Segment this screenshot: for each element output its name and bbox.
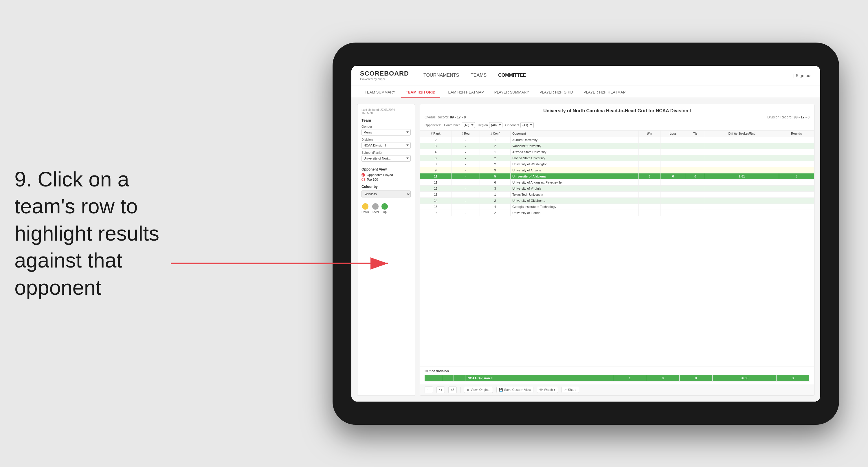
tab-team-h2h-heatmap[interactable]: TEAM H2H HEATMAP bbox=[441, 88, 489, 97]
cell-rounds bbox=[779, 149, 814, 155]
table-row[interactable]: 12 - 3 University of Virginia bbox=[420, 185, 814, 192]
watch-icon: 👁 bbox=[539, 388, 543, 391]
out-of-division-table: NCAA Division II 1 0 0 26.00 3 bbox=[425, 375, 809, 382]
cell-rank: 9 bbox=[420, 167, 452, 173]
cell-reg: - bbox=[452, 143, 479, 149]
tab-player-summary[interactable]: PLAYER SUMMARY bbox=[490, 88, 534, 97]
redo-icon: ↪ bbox=[439, 388, 442, 392]
cell-rounds bbox=[779, 204, 814, 210]
cell-rank: 2 bbox=[420, 137, 452, 143]
cell-conf: 2 bbox=[479, 143, 510, 149]
cell-rounds bbox=[779, 192, 814, 198]
top-100-radio[interactable] bbox=[362, 178, 365, 181]
table-row[interactable]: 3 - 2 Vanderbilt University bbox=[420, 143, 814, 149]
cell-loss bbox=[660, 192, 686, 198]
cell-loss bbox=[660, 179, 686, 185]
out-div-reg bbox=[442, 375, 454, 382]
cell-diff bbox=[705, 143, 779, 149]
cell-tie: 0 bbox=[686, 173, 705, 179]
reset-button[interactable]: ↺ bbox=[448, 386, 457, 393]
legend-down-circle bbox=[362, 203, 368, 210]
table-row[interactable]: 2 - 1 Auburn University bbox=[420, 137, 814, 143]
table-row[interactable]: 11 - 6 University of Arkansas, Fayettevi… bbox=[420, 179, 814, 185]
cell-win bbox=[639, 155, 660, 161]
division-record-section: Division Record: 88 - 17 - 0 bbox=[767, 115, 809, 119]
table-row[interactable]: 13 - 1 Texas Tech University bbox=[420, 192, 814, 198]
right-content: University of North Carolina Head-to-Hea… bbox=[420, 104, 814, 396]
watch-button[interactable]: 👁 Watch ▾ bbox=[537, 387, 558, 393]
gender-label: Gender bbox=[362, 125, 411, 128]
out-of-division-row[interactable]: NCAA Division II 1 0 0 26.00 3 bbox=[425, 375, 809, 382]
cell-diff: 2.61 bbox=[705, 173, 779, 179]
table-row[interactable]: 8 - 2 University of Washington bbox=[420, 161, 814, 167]
table-row[interactable]: 6 - 2 Florida State University bbox=[420, 155, 814, 161]
h2h-table: # Rank # Reg # Conf Opponent Win Loss Ti… bbox=[420, 130, 814, 216]
logo-area: SCOREBOARD Powered by clippi bbox=[360, 70, 409, 81]
cell-opponent: Arizona State University bbox=[510, 149, 639, 155]
top-navigation: SCOREBOARD Powered by clippi TOURNAMENTS… bbox=[351, 66, 820, 85]
cell-rounds bbox=[779, 155, 814, 161]
tab-player-h2h-heatmap[interactable]: PLAYER H2H HEATMAP bbox=[579, 88, 630, 97]
cell-opponent: University of Oklahoma bbox=[510, 198, 639, 204]
cell-rounds bbox=[779, 198, 814, 204]
grid-header: University of North Carolina Head-to-Hea… bbox=[420, 104, 814, 130]
col-conf: # Conf bbox=[479, 130, 510, 137]
region-filter-select[interactable]: (All) bbox=[489, 122, 502, 128]
cell-loss bbox=[660, 167, 686, 173]
undo-button[interactable]: ↩ bbox=[425, 386, 433, 393]
cell-rank: 15 bbox=[420, 204, 452, 210]
tab-team-h2h-grid[interactable]: TEAM H2H GRID bbox=[401, 88, 440, 97]
table-row[interactable]: 15 - 4 Georgia Institute of Technology bbox=[420, 204, 814, 210]
tab-player-h2h-grid[interactable]: PLAYER H2H GRID bbox=[535, 88, 578, 97]
table-row[interactable]: 16 - 2 University of Florida bbox=[420, 210, 814, 216]
cell-opponent: University of Arizona bbox=[510, 167, 639, 173]
out-div-conf bbox=[454, 375, 465, 382]
top-100-option[interactable]: Top 100 bbox=[362, 178, 411, 181]
colour-by-select[interactable]: Win/loss bbox=[362, 191, 411, 198]
cell-loss bbox=[660, 161, 686, 167]
legend-up-circle bbox=[381, 203, 388, 210]
cell-win bbox=[639, 167, 660, 173]
cell-diff bbox=[705, 179, 779, 185]
conference-filter-select[interactable]: (All) bbox=[462, 122, 475, 128]
tablet-screen: SCOREBOARD Powered by clippi TOURNAMENTS… bbox=[351, 66, 820, 402]
nav-left: SCOREBOARD Powered by clippi TOURNAMENTS… bbox=[360, 70, 526, 81]
table-row[interactable]: 4 - 1 Arizona State University bbox=[420, 149, 814, 155]
opponents-played-option[interactable]: Opponents Played bbox=[362, 173, 411, 177]
table-row[interactable]: 14 - 2 University of Oklahoma bbox=[420, 198, 814, 204]
cell-win bbox=[639, 192, 660, 198]
grid-title: University of North Carolina Head-to-Hea… bbox=[425, 108, 809, 114]
table-row[interactable]: 9 - 3 University of Arizona bbox=[420, 167, 814, 173]
cell-loss bbox=[660, 210, 686, 216]
reset-icon: ↺ bbox=[451, 388, 454, 392]
school-select[interactable]: University of Nort... bbox=[362, 155, 411, 162]
cell-reg: - bbox=[452, 155, 479, 161]
gender-select[interactable]: Men's bbox=[362, 129, 411, 136]
division-select[interactable]: NCAA Division I bbox=[362, 142, 411, 148]
cell-tie bbox=[686, 137, 705, 143]
bottom-toolbar: ↩ ↪ ↺ ◉ View: Original bbox=[420, 384, 814, 396]
tab-team-summary[interactable]: TEAM SUMMARY bbox=[360, 88, 400, 97]
nav-tournaments[interactable]: TOURNAMENTS bbox=[424, 71, 459, 79]
nav-teams[interactable]: TEAMS bbox=[471, 71, 487, 79]
cell-tie bbox=[686, 143, 705, 149]
cell-reg: - bbox=[452, 167, 479, 173]
cell-win bbox=[639, 179, 660, 185]
cell-win bbox=[639, 149, 660, 155]
data-table: # Rank # Reg # Conf Opponent Win Loss Ti… bbox=[420, 130, 814, 367]
nav-committee[interactable]: COMMITTEE bbox=[498, 71, 526, 79]
cell-conf: 2 bbox=[479, 161, 510, 167]
opponent-filter-select[interactable]: (All) bbox=[520, 122, 534, 128]
opponents-played-radio[interactable] bbox=[362, 173, 365, 177]
redo-button[interactable]: ↪ bbox=[436, 386, 445, 393]
table-row[interactable]: 11 - 5 University of Alabama 3 0 0 2.61 … bbox=[420, 173, 814, 179]
region-filter: Region (All) bbox=[478, 122, 502, 128]
col-win: Win bbox=[639, 130, 660, 137]
save-custom-view-button[interactable]: 💾 Save Custom View bbox=[496, 387, 534, 393]
view-button[interactable]: ◉ View: Original bbox=[464, 387, 493, 393]
cell-diff bbox=[705, 204, 779, 210]
cell-rank: 13 bbox=[420, 192, 452, 198]
cell-rounds bbox=[779, 210, 814, 216]
sign-out-link[interactable]: Sign out bbox=[796, 73, 812, 78]
share-button[interactable]: ↗ Share bbox=[561, 387, 579, 393]
